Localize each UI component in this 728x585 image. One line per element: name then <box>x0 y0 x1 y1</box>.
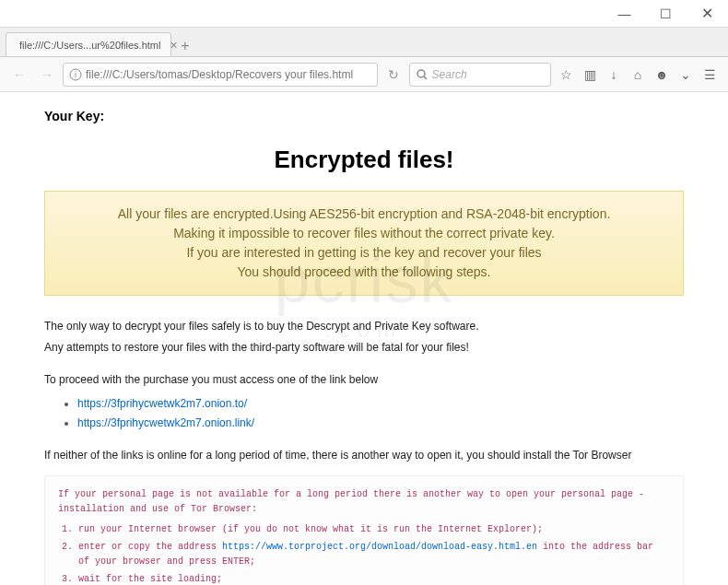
bookmark-icon[interactable]: ☆ <box>555 64 577 86</box>
pocket-icon[interactable]: ⌄ <box>675 64 697 86</box>
forward-button[interactable]: → <box>35 63 59 87</box>
new-tab-button[interactable]: + <box>173 36 197 56</box>
search-icon <box>416 68 429 81</box>
body-paragraph: The only way to decrypt your files safel… <box>44 318 684 335</box>
instruction-step: run your Internet browser (if you do not… <box>78 522 670 537</box>
warning-line: You should proceed with the following st… <box>64 263 664 282</box>
chat-icon[interactable]: ☻ <box>651 64 673 86</box>
key-label: Your Key: <box>44 109 684 123</box>
menu-icon[interactable]: ☰ <box>699 64 721 86</box>
body-text: The only way to decrypt your files safel… <box>44 318 684 585</box>
list-item: https://3fprihycwetwk2m7.onion.to/ <box>77 395 684 413</box>
svg-text:i: i <box>75 70 76 79</box>
torproject-link[interactable]: https://www.torproject.org/download/down… <box>222 542 537 552</box>
onion-link[interactable]: https://3fprihycwetwk2m7.onion.link/ <box>77 416 254 429</box>
list-item: https://3fprihycwetwk2m7.onion.link/ <box>77 415 684 432</box>
reload-button[interactable]: ↻ <box>382 63 405 87</box>
svg-point-3 <box>417 70 425 77</box>
body-paragraph: If neither of the links is online for a … <box>44 447 684 464</box>
warning-line: All your files are encrypted.Using AES25… <box>64 205 664 224</box>
svg-line-4 <box>424 76 427 79</box>
url-bar[interactable]: i file:///C:/Users/tomas/Desktop/Recover… <box>63 63 378 87</box>
instruction-step: wait for the site loading; <box>78 572 670 585</box>
titlebar: — ☐ ✕ <box>0 0 728 28</box>
browser-tab[interactable]: file:///C:/Users...ur%20files.html × <box>6 32 171 56</box>
download-icon[interactable]: ↓ <box>603 64 625 86</box>
page-title: Encrypted files! <box>44 146 684 174</box>
library-icon[interactable]: ▥ <box>579 64 601 86</box>
warning-box: All your files are encrypted.Using AES25… <box>44 191 684 296</box>
tor-instructions-box: If your personal page is not available f… <box>44 475 684 585</box>
code-intro: If your personal page is not available f… <box>58 487 670 517</box>
body-paragraph: Any attempts to restore your files with … <box>44 339 684 357</box>
onion-link-list: https://3fprihycwetwk2m7.onion.to/ https… <box>77 395 684 432</box>
info-icon[interactable]: i <box>69 68 82 81</box>
search-bar[interactable]: Search <box>409 63 551 87</box>
tab-bar: file:///C:/Users...ur%20files.html × + <box>0 28 728 57</box>
nav-toolbar: ← → i file:///C:/Users/tomas/Desktop/Rec… <box>0 57 728 92</box>
close-button[interactable]: ✕ <box>687 0 728 27</box>
instruction-step: enter or copy the address https://www.to… <box>78 540 670 569</box>
url-text: file:///C:/Users/tomas/Desktop/Recovers … <box>86 68 371 81</box>
maximize-button[interactable]: ☐ <box>645 0 687 27</box>
search-placeholder: Search <box>432 68 545 81</box>
toolbar-icons: ☆ ▥ ↓ ⌂ ☻ ⌄ ☰ <box>555 64 721 86</box>
window-controls: — ☐ ✕ <box>604 0 728 27</box>
body-paragraph: To proceed with the purchase you must ac… <box>44 371 684 389</box>
warning-line: If you are interested in getting is the … <box>64 243 664 263</box>
onion-link[interactable]: https://3fprihycwetwk2m7.onion.to/ <box>77 397 247 410</box>
page-content: Your Key: Encrypted files! All your file… <box>0 92 728 585</box>
back-button[interactable]: ← <box>7 63 31 87</box>
minimize-button[interactable]: — <box>604 0 645 27</box>
tab-title: file:///C:/Users...ur%20files.html <box>19 40 160 51</box>
warning-line: Making it impossible to recover files wi… <box>64 224 664 243</box>
instruction-list: run your Internet browser (if you do not… <box>78 522 670 585</box>
home-icon[interactable]: ⌂ <box>627 64 649 86</box>
